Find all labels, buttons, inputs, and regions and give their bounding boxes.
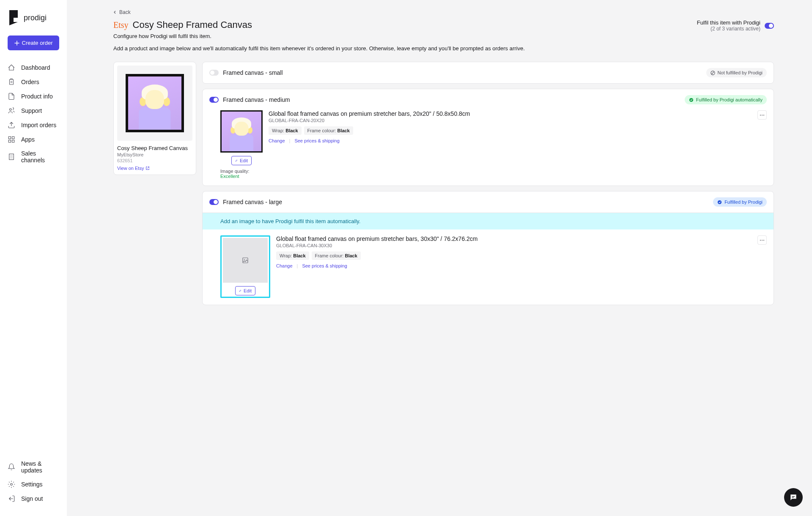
info-banner: Add an image to have Prodigi fulfil this… <box>203 213 774 229</box>
variant-thumbnail-empty[interactable]: Edit <box>220 235 270 298</box>
pencil-icon <box>239 289 241 293</box>
tag-wrap: Wrap: Black <box>276 251 309 260</box>
svg-rect-6 <box>12 137 14 139</box>
dots-icon <box>760 240 765 241</box>
nav-apps[interactable]: Apps <box>0 132 67 147</box>
variant-badge: Fulfilled by Prodigi automatically <box>685 95 767 104</box>
product-id: 632651 <box>117 158 192 163</box>
variant-name: Framed canvas - small <box>223 69 283 76</box>
variant-small: Framed canvas - small Not fulfilled by P… <box>202 62 774 84</box>
variant-menu-button[interactable] <box>757 110 767 120</box>
external-link-icon <box>145 166 150 170</box>
product-card: Cosy Sheep Framed Canvas MyEtsyStore 632… <box>113 62 196 175</box>
change-link[interactable]: Change <box>276 263 293 268</box>
users-icon <box>8 107 15 115</box>
nav-orders[interactable]: Orders <box>0 75 67 89</box>
create-order-label: Create order <box>22 40 53 46</box>
variant-toggle[interactable] <box>209 97 219 103</box>
image-icon <box>242 257 248 263</box>
create-order-button[interactable]: Create order <box>8 35 59 50</box>
svg-point-4 <box>10 109 12 111</box>
change-link[interactable]: Change <box>269 138 285 143</box>
product-name: Cosy Sheep Framed Canvas <box>117 145 192 151</box>
variant-sku: GLOBAL-FRA-CAN-30X30 <box>276 243 757 248</box>
building-icon <box>8 153 15 161</box>
variants-list: Framed canvas - small Not fulfilled by P… <box>202 62 774 305</box>
check-circle-icon <box>689 98 694 102</box>
signout-icon <box>8 495 15 502</box>
image-quality: Image quality: Excellent <box>220 169 263 179</box>
page-description: Add a product and image below and we'll … <box>113 45 697 52</box>
variant-name: Framed canvas - medium <box>223 96 290 103</box>
svg-rect-8 <box>12 140 14 142</box>
fulfil-sub: (2 of 3 variants active) <box>697 26 760 32</box>
svg-point-10 <box>11 483 13 486</box>
variant-sku: GLOBAL-FRA-CAN-20X20 <box>269 118 757 123</box>
nav-import-orders[interactable]: Import orders <box>0 118 67 132</box>
product-store: MyEtsyStore <box>117 152 192 157</box>
main-content: Back Etsy Cosy Sheep Framed Canvas Confi… <box>67 0 812 516</box>
ban-icon <box>710 71 715 75</box>
home-icon <box>8 64 15 71</box>
edit-image-button[interactable]: Edit <box>231 156 252 165</box>
nav-settings[interactable]: Settings <box>0 477 67 491</box>
svg-rect-7 <box>8 140 11 142</box>
brand-logo[interactable]: prodigi <box>0 10 67 35</box>
svg-point-17 <box>760 240 761 240</box>
svg-point-21 <box>244 259 245 260</box>
toggle-switch[interactable] <box>765 23 774 29</box>
svg-point-12 <box>689 98 693 101</box>
variant-toggle[interactable] <box>209 199 219 205</box>
svg-point-14 <box>762 115 763 115</box>
edit-image-button[interactable]: Edit <box>235 286 255 295</box>
variant-product-title: Global float framed canvas on premium st… <box>269 110 757 117</box>
back-button[interactable]: Back <box>113 9 131 15</box>
page-title: Etsy Cosy Sheep Framed Canvas <box>113 19 697 30</box>
variant-badge: Fulfilled by Prodigi <box>713 197 767 207</box>
nav-dashboard[interactable]: Dashboard <box>0 60 67 75</box>
nav-sales-channels[interactable]: Sales channels <box>0 147 67 167</box>
svg-marker-2 <box>14 18 18 22</box>
svg-rect-9 <box>9 154 14 160</box>
product-image <box>117 66 192 141</box>
tag-frame: Frame colour: Black <box>304 126 353 135</box>
gear-icon <box>8 481 15 488</box>
chat-fab[interactable] <box>784 488 803 507</box>
svg-rect-5 <box>8 137 11 139</box>
upload-icon <box>8 121 15 129</box>
variant-thumbnail: Edit Image quality: Excellent <box>220 110 263 179</box>
variant-badge: Not fulfilled by Prodigi <box>706 68 767 77</box>
clipboard-icon <box>8 78 15 86</box>
fulfil-master-toggle[interactable]: Fulfil this item with Prodigi (2 of 3 va… <box>697 19 774 32</box>
page-subtitle: Configure how Prodigi will fulfil this i… <box>113 33 697 39</box>
check-circle-icon <box>717 200 722 205</box>
variant-medium: Framed canvas - medium Fulfilled by Prod… <box>202 89 774 186</box>
prices-link[interactable]: See prices & shipping <box>302 263 347 268</box>
tag-wrap: Wrap: Black <box>269 126 302 135</box>
svg-marker-1 <box>9 22 18 25</box>
view-on-etsy-link[interactable]: View on Etsy <box>117 166 150 171</box>
nav-signout[interactable]: Sign out <box>0 491 67 506</box>
pencil-icon <box>235 158 238 163</box>
nav-support[interactable]: Support <box>0 104 67 118</box>
svg-point-13 <box>760 115 761 115</box>
chat-icon <box>789 493 798 502</box>
dots-icon <box>760 115 765 116</box>
svg-point-19 <box>763 240 764 240</box>
variant-product-title: Global float framed canvas on premium st… <box>276 235 757 242</box>
variant-menu-button[interactable] <box>757 235 767 245</box>
variant-name: Framed canvas - large <box>223 199 282 205</box>
bell-icon <box>8 463 15 471</box>
svg-point-15 <box>763 115 764 115</box>
etsy-badge: Etsy <box>113 20 129 30</box>
prices-link[interactable]: See prices & shipping <box>294 138 339 143</box>
tag-frame: Frame colour: Black <box>312 251 361 260</box>
nav-news[interactable]: News & updates <box>0 457 67 477</box>
variant-large: Framed canvas - large Fulfilled by Prodi… <box>202 191 774 305</box>
nav-product-info[interactable]: Product info <box>0 89 67 104</box>
variant-toggle[interactable] <box>209 70 219 76</box>
file-icon <box>8 93 15 100</box>
svg-point-18 <box>762 240 763 240</box>
sidebar: prodigi Create order Dashboard Orders Pr… <box>0 0 67 516</box>
brand-name: prodigi <box>24 14 47 22</box>
